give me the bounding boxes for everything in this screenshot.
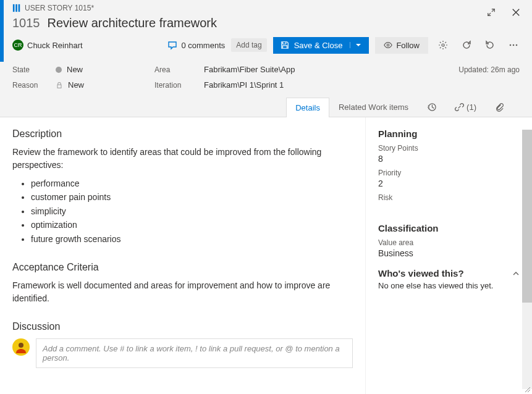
links-count: (1) xyxy=(467,103,476,112)
eye-icon xyxy=(384,41,392,49)
list-item: simplicity xyxy=(31,204,353,218)
tab-details[interactable]: Details xyxy=(286,98,329,117)
save-label: Save & Close xyxy=(294,41,343,50)
acceptance-heading: Acceptance Criteria xyxy=(12,262,353,273)
comments-count: 0 comments xyxy=(181,41,225,50)
description-bullets[interactable]: performance customer pain points simplic… xyxy=(31,177,353,246)
work-item-id: 1015 xyxy=(12,16,40,30)
follow-button[interactable]: Follow xyxy=(375,37,428,54)
area-field[interactable]: Fabrikam\Fiber Suite\App xyxy=(204,65,458,74)
svg-point-5 xyxy=(510,44,512,46)
refresh-button[interactable] xyxy=(458,36,475,54)
priority-field[interactable]: 2 xyxy=(378,178,520,188)
story-points-label: Story Points xyxy=(378,144,520,153)
scrollbar-thumb[interactable] xyxy=(522,130,532,303)
meta-fields: State New Area Fabrikam\Fiber Suite\App … xyxy=(0,54,532,97)
svg-point-4 xyxy=(442,44,444,46)
assignee-picker[interactable]: CR Chuck Reinhart xyxy=(12,40,83,51)
svg-rect-0 xyxy=(13,4,15,12)
value-area-field[interactable]: Business xyxy=(378,248,520,258)
viewed-text: No one else has viewed this yet. xyxy=(378,281,520,290)
viewed-heading-text: Who's viewed this? xyxy=(378,268,464,279)
svg-point-11 xyxy=(19,343,23,348)
svg-point-6 xyxy=(513,44,515,46)
state-value: New xyxy=(67,65,83,74)
dialog-header: USER STORY 1015* 1015 Review architectur… xyxy=(0,0,532,54)
resize-handle[interactable] xyxy=(523,385,531,393)
state-field[interactable]: New xyxy=(56,65,154,74)
save-close-button[interactable]: Save & Close xyxy=(273,37,369,54)
save-icon xyxy=(281,41,289,49)
list-item: performance xyxy=(31,177,353,190)
reason-field[interactable]: New xyxy=(56,80,154,90)
tab-attachments[interactable] xyxy=(486,97,513,117)
add-tag-button[interactable]: Add tag xyxy=(231,38,266,52)
tab-history[interactable] xyxy=(418,97,445,117)
svg-rect-2 xyxy=(19,4,20,12)
link-icon xyxy=(455,103,464,112)
history-icon xyxy=(427,103,436,112)
viewed-heading[interactable]: Who's viewed this? xyxy=(378,268,520,279)
acceptance-text[interactable]: Framework is well documented and areas f… xyxy=(12,279,353,305)
lock-icon xyxy=(56,82,63,89)
tab-related[interactable]: Related Work items xyxy=(329,97,418,117)
discussion-heading: Discussion xyxy=(12,321,353,332)
area-label: Area xyxy=(154,65,204,74)
settings-button[interactable] xyxy=(434,36,452,54)
attachment-icon xyxy=(495,103,504,112)
value-area-label: Value area xyxy=(378,238,520,247)
follow-label: Follow xyxy=(396,41,420,50)
more-actions-button[interactable] xyxy=(505,36,522,54)
priority-label: Priority xyxy=(378,169,520,177)
description-text[interactable]: Review the framework to identify areas t… xyxy=(12,146,353,172)
assignee-name: Chuck Reinhart xyxy=(27,41,83,50)
chevron-up-icon xyxy=(512,270,520,277)
right-pane: Planning Story Points 8 Priority 2 Risk … xyxy=(365,117,532,394)
story-points-field[interactable]: 8 xyxy=(378,154,520,164)
left-pane: Description Review the framework to iden… xyxy=(0,117,365,394)
planning-heading: Planning xyxy=(378,128,520,139)
work-item-type-label: USER STORY 1015* xyxy=(25,4,94,12)
comment-icon xyxy=(167,40,177,50)
reason-value: New xyxy=(68,80,84,90)
tab-links[interactable]: (1) xyxy=(445,97,486,117)
svg-point-7 xyxy=(516,44,518,46)
description-heading: Description xyxy=(12,128,353,140)
classification-heading: Classification xyxy=(378,223,520,233)
revert-button[interactable] xyxy=(481,36,499,54)
reason-label: Reason xyxy=(12,81,56,90)
comments-link[interactable]: 0 comments xyxy=(167,40,225,50)
scrollbar[interactable] xyxy=(522,130,532,389)
state-label: State xyxy=(12,65,56,74)
iteration-field[interactable]: Fabrikam\PI 1\Sprint 1 xyxy=(204,80,458,90)
state-dot-icon xyxy=(56,67,62,73)
svg-point-3 xyxy=(387,44,390,46)
risk-field[interactable] xyxy=(378,203,520,213)
list-item: optimization xyxy=(31,218,353,232)
save-dropdown[interactable] xyxy=(350,42,361,48)
work-item-dialog: USER STORY 1015* 1015 Review architectur… xyxy=(0,0,532,394)
user-story-icon xyxy=(12,4,21,12)
close-button[interactable] xyxy=(507,4,525,21)
avatar: CR xyxy=(12,40,23,51)
user-avatar xyxy=(12,338,30,356)
work-item-title[interactable]: Review architecture framework xyxy=(48,16,217,30)
updated-label: Updated: 26m ago xyxy=(458,65,520,74)
fullscreen-button[interactable] xyxy=(483,4,500,21)
tab-bar: Details Related Work items (1) xyxy=(0,97,532,117)
risk-label: Risk xyxy=(378,193,520,202)
svg-rect-8 xyxy=(57,85,61,88)
iteration-label: Iteration xyxy=(154,81,204,90)
comment-input[interactable]: Add a comment. Use # to link a work item… xyxy=(36,338,353,368)
content-area: Description Review the framework to iden… xyxy=(0,117,532,394)
list-item: future growth scenarios xyxy=(31,232,353,246)
list-item: customer pain points xyxy=(31,190,353,204)
svg-rect-1 xyxy=(15,4,17,12)
